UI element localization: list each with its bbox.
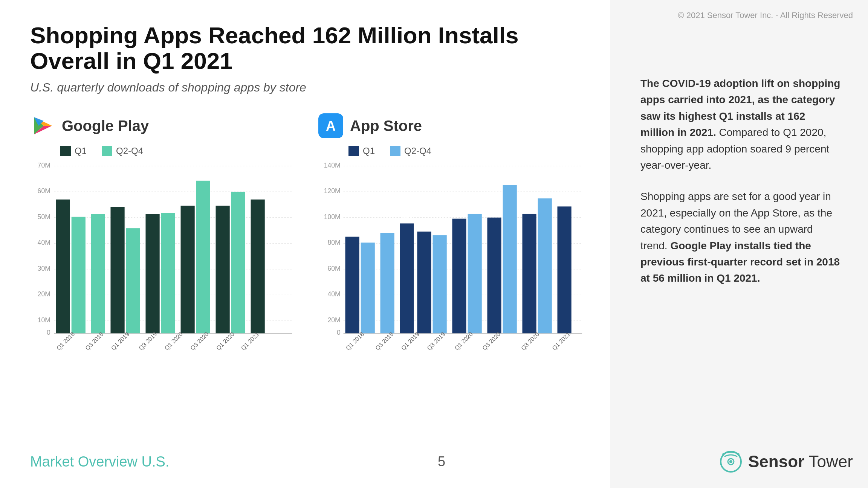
google-play-section: Google Play Q1 Q2-Q4 70M xyxy=(30,113,296,371)
svg-rect-5 xyxy=(60,146,71,156)
svg-rect-6 xyxy=(102,146,112,156)
svg-text:76M: 76M xyxy=(362,235,373,241)
svg-rect-85 xyxy=(433,235,447,333)
svg-text:53M: 53M xyxy=(112,200,123,206)
svg-text:80M: 80M xyxy=(327,239,340,247)
svg-text:20M: 20M xyxy=(327,316,340,324)
gp-q2q4-label: Q2-Q4 xyxy=(116,146,143,156)
svg-rect-31 xyxy=(126,229,140,334)
svg-text:Q1 2020: Q1 2020 xyxy=(215,331,236,352)
svg-text:97M: 97M xyxy=(489,210,500,216)
svg-text:Q1 2020: Q1 2020 xyxy=(164,331,184,352)
svg-text:81M: 81M xyxy=(347,229,358,235)
description-2: Shopping apps are set for a good year in… xyxy=(640,188,842,286)
svg-text:Q3 2018: Q3 2018 xyxy=(84,331,105,352)
svg-text:Q1 2019: Q1 2019 xyxy=(400,331,421,352)
svg-text:50M: 50M xyxy=(163,206,174,212)
svg-text:30M: 30M xyxy=(38,265,50,272)
gp-q1-color-box xyxy=(60,146,71,156)
svg-text:92M: 92M xyxy=(402,216,413,222)
svg-text:10M: 10M xyxy=(38,316,50,324)
charts-row: Google Play Q1 Q2-Q4 70M xyxy=(30,113,584,465)
as-q1-color-box xyxy=(348,146,359,156)
svg-text:0: 0 xyxy=(47,329,50,336)
svg-rect-39 xyxy=(196,181,210,333)
svg-text:84M: 84M xyxy=(382,226,393,232)
gp-q1-label: Q1 xyxy=(75,146,87,156)
svg-rect-23 xyxy=(56,200,70,333)
sensor-tower-logo: Sensor Tower xyxy=(720,450,853,473)
sensor-tower-text: Sensor Tower xyxy=(748,452,853,471)
svg-rect-77 xyxy=(361,243,375,334)
gp-q2q4-color-box xyxy=(102,146,112,156)
svg-text:85M: 85M xyxy=(419,224,430,230)
app-store-header: A App Store xyxy=(318,113,584,138)
svg-rect-57 xyxy=(348,146,359,156)
as-q2q4-color-box xyxy=(390,146,400,156)
app-store-legend: Q1 Q2-Q4 xyxy=(348,146,584,156)
footer: Market Overview U.S. 5 Sensor Tower xyxy=(30,450,853,473)
gp-bar-chart: 70M 60M 50M 40M 30M 20M 10M 0 xyxy=(30,160,296,352)
svg-text:44M: 44M xyxy=(128,221,139,227)
as-bar-chart: 140M 120M 100M 80M 60M 40M 20M 0 xyxy=(318,160,584,352)
svg-rect-81 xyxy=(400,224,414,334)
google-play-icon xyxy=(30,113,55,138)
svg-text:Q1 2020: Q1 2020 xyxy=(454,331,474,352)
app-store-name: App Store xyxy=(350,117,422,134)
svg-text:106M: 106M xyxy=(558,199,572,205)
svg-text:56M: 56M xyxy=(58,192,69,198)
app-store-chart: 140M 120M 100M 80M 60M 40M 20M 0 xyxy=(318,160,584,371)
svg-text:Q1 2021: Q1 2021 xyxy=(240,331,260,352)
svg-rect-83 xyxy=(417,232,431,333)
svg-rect-79 xyxy=(381,233,394,333)
as-q2q4-label: Q2-Q4 xyxy=(404,146,431,156)
svg-text:0: 0 xyxy=(337,329,341,336)
svg-rect-45 xyxy=(251,200,265,333)
svg-point-111 xyxy=(729,460,732,463)
svg-text:124M: 124M xyxy=(503,178,517,184)
description-1: The COVID-19 adoption lift on shopping a… xyxy=(640,75,842,173)
svg-text:Q1 2018: Q1 2018 xyxy=(345,331,365,352)
svg-text:50M: 50M xyxy=(93,207,104,213)
svg-rect-29 xyxy=(110,207,124,334)
svg-rect-43 xyxy=(231,192,245,334)
svg-text:120M: 120M xyxy=(324,187,341,195)
svg-text:Q3 2019: Q3 2019 xyxy=(138,331,158,352)
svg-text:140M: 140M xyxy=(324,162,341,169)
svg-text:Q3 2019: Q3 2019 xyxy=(426,331,446,352)
svg-text:64M: 64M xyxy=(198,173,209,179)
google-play-chart: 70M 60M 50M 40M 30M 20M 10M 0 xyxy=(30,160,296,371)
as-legend-q2q4: Q2-Q4 xyxy=(390,146,431,156)
svg-text:82M: 82M xyxy=(434,228,445,234)
svg-rect-35 xyxy=(161,213,175,333)
sensor-tower-logo-icon xyxy=(720,450,742,473)
svg-rect-87 xyxy=(452,219,466,334)
svg-text:70M: 70M xyxy=(38,162,50,169)
svg-rect-33 xyxy=(145,214,159,333)
svg-text:56M: 56M xyxy=(252,192,263,198)
footer-market-label: Market Overview U.S. xyxy=(30,454,170,470)
svg-text:40M: 40M xyxy=(327,291,340,298)
svg-rect-95 xyxy=(522,214,536,333)
svg-text:Q3 2020: Q3 2020 xyxy=(189,331,210,352)
svg-text:49M: 49M xyxy=(73,209,84,215)
svg-rect-37 xyxy=(180,206,194,334)
google-play-name: Google Play xyxy=(62,117,149,134)
gp-legend-q1: Q1 xyxy=(60,146,87,156)
svg-text:54M: 54M xyxy=(182,198,193,204)
svg-text:60M: 60M xyxy=(38,187,50,195)
copyright-text: © 2021 Sensor Tower Inc. - All Rights Re… xyxy=(678,11,853,20)
gp-legend-q2q4: Q2-Q4 xyxy=(102,146,143,156)
svg-text:Q3 2020: Q3 2020 xyxy=(481,331,502,352)
svg-rect-91 xyxy=(487,218,501,333)
svg-text:60M: 60M xyxy=(327,265,340,272)
svg-rect-89 xyxy=(468,214,482,333)
page-number: 5 xyxy=(438,454,445,470)
svg-text:100M: 100M xyxy=(324,213,341,221)
svg-text:50M: 50M xyxy=(38,213,50,221)
svg-text:A: A xyxy=(326,118,336,134)
app-store-icon: A xyxy=(318,113,343,138)
svg-text:60M: 60M xyxy=(233,185,244,191)
page-title: Shopping Apps Reached 162 Million Instal… xyxy=(30,23,584,74)
svg-text:Q3 2018: Q3 2018 xyxy=(374,331,395,352)
